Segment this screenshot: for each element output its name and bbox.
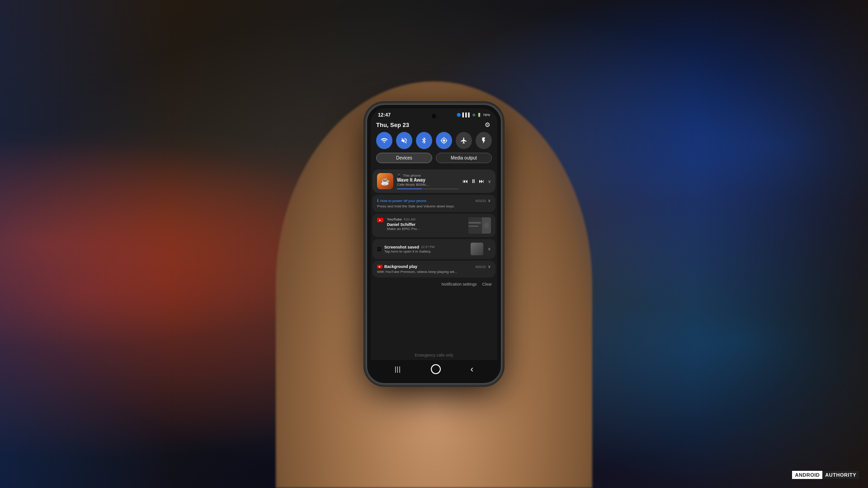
svg-rect-2 xyxy=(468,222,481,224)
youtube-time: 8:01 AM xyxy=(404,218,415,221)
status-icons: 🔵 ▌▌▌ ⊙ 🔋 76% xyxy=(457,113,490,117)
svg-rect-3 xyxy=(468,225,478,227)
navigation-bar: ||| ‹ xyxy=(371,360,497,380)
left-monitor-glow xyxy=(0,0,172,488)
album-art: ☕ xyxy=(377,173,393,189)
phone-screen: 12:47 🔵 ▌▌▌ ⊙ 🔋 76% Thu, Sep 23 ⚙ xyxy=(371,108,497,380)
tip-time: 9/22/21 xyxy=(476,199,486,202)
screenshot-content: Screenshot saved 12:27 PM Tap here to op… xyxy=(384,245,468,253)
notification-settings-btn[interactable]: Notification settings xyxy=(441,282,476,286)
flashlight-toggle[interactable] xyxy=(476,132,492,149)
phone-icon: 📱 xyxy=(397,174,401,178)
bgplay-app: Background play xyxy=(384,264,417,269)
tip-app-label: ℹ How to power off your phone xyxy=(377,198,426,203)
music-source: 📱 This phone xyxy=(397,174,459,178)
location-toggle[interactable] xyxy=(436,132,452,149)
youtube-meta: YouTube 8:01 AM xyxy=(387,217,465,221)
wifi-status-icon: ⊙ xyxy=(472,113,476,117)
youtube-title: Daniel Schiffer xyxy=(387,222,465,227)
tip-expand-icon[interactable]: ∨ xyxy=(488,198,491,203)
bgplay-yt-icon: ▶ xyxy=(377,265,382,268)
svg-point-4 xyxy=(484,223,489,228)
bgplay-body: With YouTube Premium, videos keep playin… xyxy=(377,270,491,274)
screenshot-header: Screenshot saved 12:27 PM xyxy=(384,245,468,249)
sound-toggle[interactable] xyxy=(396,132,412,149)
devices-tab[interactable]: Devices xyxy=(376,153,432,163)
bgplay-header: ▶ Background play 9/22/21 ∨ xyxy=(377,264,491,269)
screenshot-title: Screenshot saved xyxy=(384,245,419,249)
phone-wrapper: 12:47 🔵 ▌▌▌ ⊙ 🔋 76% Thu, Sep 23 ⚙ xyxy=(366,104,502,384)
screenshot-thumbnail xyxy=(471,243,483,255)
screenshot-expand-icon[interactable]: ∨ xyxy=(488,247,491,251)
pause-icon[interactable]: ⏸ xyxy=(471,178,476,184)
battery-percent: 76% xyxy=(483,113,490,117)
screenshot-notification[interactable]: 🖼 Screenshot saved 12:27 PM Tap here to … xyxy=(373,239,495,259)
signal-icon: ▌▌▌ xyxy=(462,113,471,117)
music-progress-bar xyxy=(397,188,459,189)
tab-row: Devices Media output xyxy=(376,153,492,163)
youtube-icon xyxy=(377,218,383,222)
screenshot-body: Tap here to open it in Gallery. xyxy=(384,249,468,253)
tip-body: Press and hold the Side and Volume down … xyxy=(377,204,491,208)
media-output-tab[interactable]: Media output xyxy=(436,153,492,163)
phone-device: 12:47 🔵 ▌▌▌ ⊙ 🔋 76% Thu, Sep 23 ⚙ xyxy=(366,104,502,384)
notifications-list: ☕ 📱 This phone Wave It Away Cafe Music B… xyxy=(371,169,497,350)
youtube-channel: YouTube xyxy=(387,217,402,221)
date-row: Thu, Sep 23 ⚙ xyxy=(376,121,492,128)
airplane-toggle[interactable] xyxy=(456,132,472,149)
tip-notif-header: ℹ How to power off your phone 9/22/21 ∨ xyxy=(377,198,491,203)
bgplay-left: ▶ Background play xyxy=(377,264,417,269)
date-display: Thu, Sep 23 xyxy=(376,122,409,128)
bgplay-expand-icon[interactable]: ∨ xyxy=(488,264,491,269)
bluetooth-status-icon: 🔵 xyxy=(457,113,461,117)
music-artist: Cafe Music BGMc... xyxy=(397,183,459,187)
quick-settings-panel: Thu, Sep 23 ⚙ xyxy=(371,119,497,169)
watermark: ANDROID AUTHORITY xyxy=(792,471,859,479)
watermark-android-text: ANDROID xyxy=(792,471,822,479)
youtube-thumbnail xyxy=(468,217,491,234)
bluetooth-toggle[interactable] xyxy=(416,132,432,149)
recent-apps-icon[interactable]: ||| xyxy=(395,366,401,373)
battery-icon: 🔋 xyxy=(477,113,481,117)
youtube-subtitle: Make an EPIC Pro... xyxy=(387,227,465,231)
notification-actions: Notification settings Clear xyxy=(373,279,495,288)
music-progress-fill xyxy=(397,188,422,189)
youtube-notification[interactable]: YouTube 8:01 AM Daniel Schiffer Make an … xyxy=(373,214,495,237)
music-player-card[interactable]: ☕ 📱 This phone Wave It Away Cafe Music B… xyxy=(373,169,495,193)
expand-chevron-icon[interactable]: ∨ xyxy=(488,179,491,184)
next-icon[interactable]: ⏭ xyxy=(479,178,484,184)
music-info: 📱 This phone Wave It Away Cafe Music BGM… xyxy=(397,174,459,189)
music-title: Wave It Away xyxy=(397,178,459,183)
tip-icon: ℹ xyxy=(377,198,378,203)
status-time: 12:47 xyxy=(378,112,391,117)
bgplay-time: 9/22/21 xyxy=(476,265,486,268)
prev-icon[interactable]: ⏮ xyxy=(462,178,468,184)
screenshot-icon: 🖼 xyxy=(377,247,382,252)
right-desk-bg xyxy=(651,0,868,488)
watermark-authority-text: AUTHORITY xyxy=(822,471,859,479)
screenshot-time: 12:27 PM xyxy=(421,245,434,249)
wifi-toggle[interactable] xyxy=(376,132,392,149)
background-play-notification[interactable]: ▶ Background play 9/22/21 ∨ With YouTube… xyxy=(373,261,495,277)
tip-notification[interactable]: ℹ How to power off your phone 9/22/21 ∨ … xyxy=(373,195,495,212)
settings-gear-icon[interactable]: ⚙ xyxy=(485,121,492,128)
clear-notifications-btn[interactable]: Clear xyxy=(482,282,492,286)
music-controls: ⏮ ⏸ ⏭ xyxy=(462,178,484,184)
emergency-calls-text: Emergency calls only xyxy=(371,350,497,360)
home-icon[interactable] xyxy=(431,364,441,374)
back-icon[interactable]: ‹ xyxy=(470,364,473,374)
quick-toggles xyxy=(376,132,492,149)
youtube-content: YouTube 8:01 AM Daniel Schiffer Make an … xyxy=(387,217,465,231)
camera-notch xyxy=(432,114,436,118)
